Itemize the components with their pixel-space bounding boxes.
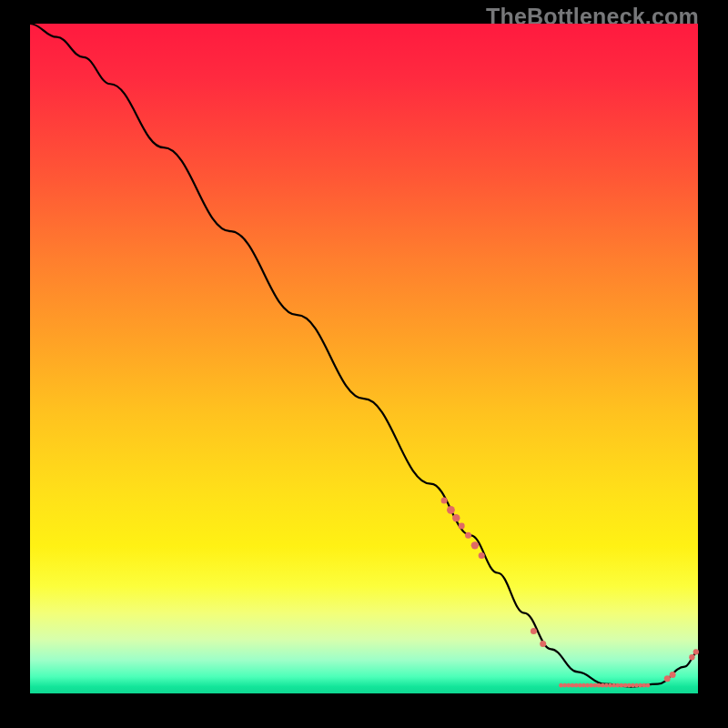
bottleneck-curve	[30, 24, 698, 687]
data-dot	[627, 683, 632, 688]
data-dot	[471, 541, 479, 549]
data-dot	[615, 683, 620, 688]
data-dot	[631, 683, 635, 688]
data-dot	[612, 683, 616, 688]
data-dot	[642, 683, 646, 688]
data-dot	[452, 514, 460, 521]
data-dot	[559, 683, 563, 688]
data-dot	[574, 683, 579, 688]
data-dot	[689, 654, 694, 660]
data-dot	[634, 683, 639, 688]
data-dot	[620, 683, 624, 688]
data-dot	[664, 675, 671, 682]
data-dot	[479, 552, 485, 559]
data-dot	[646, 683, 651, 688]
data-dot	[608, 683, 612, 688]
data-dot	[441, 498, 448, 504]
data-dot	[531, 628, 537, 634]
data-dot	[447, 506, 455, 514]
data-dots-group	[441, 498, 699, 688]
plot-area	[30, 24, 698, 693]
data-dot	[465, 532, 471, 539]
data-dot	[581, 683, 586, 688]
data-dot	[578, 683, 582, 688]
data-dot	[571, 683, 575, 688]
data-dot	[623, 683, 628, 688]
data-dot	[589, 683, 593, 688]
data-dot	[693, 649, 699, 654]
data-dot	[540, 641, 546, 647]
data-dot	[592, 683, 597, 688]
data-dot	[562, 683, 567, 688]
chart-stage: TheBottleneck.com	[0, 0, 728, 728]
data-dot	[597, 683, 602, 688]
data-dot	[638, 683, 642, 688]
data-dot	[585, 683, 590, 688]
data-dot	[604, 683, 609, 688]
data-dot	[459, 523, 465, 530]
data-dot	[601, 683, 605, 688]
chart-svg	[30, 24, 698, 693]
data-dot	[670, 672, 676, 678]
data-dot	[566, 683, 571, 688]
